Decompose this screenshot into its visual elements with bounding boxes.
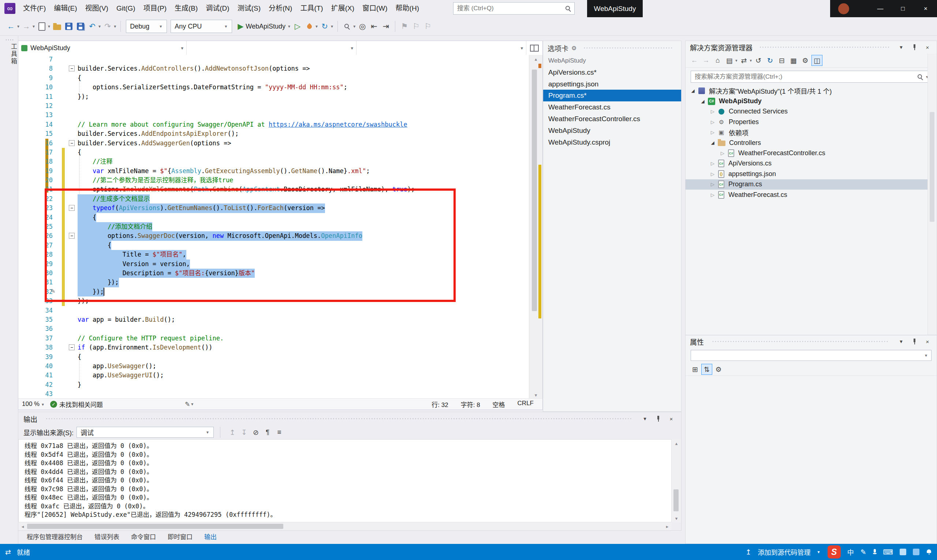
navigate-forward-button[interactable]: → [21, 19, 32, 33]
code-text[interactable]: { [78, 213, 96, 222]
redo-dropdown-icon[interactable]: ▾ [114, 24, 116, 29]
tab-item[interactable]: WeatherForecast.cs [543, 102, 681, 113]
code-text[interactable]: }); [78, 278, 119, 287]
line-number[interactable]: 37 [18, 334, 58, 343]
pen-input-icon[interactable]: ✎ [860, 548, 866, 556]
preview-selected-items-button[interactable]: ◫ [811, 55, 822, 66]
breakpoint-margin[interactable]: − [58, 64, 78, 73]
close-panel-button[interactable]: × [666, 414, 676, 423]
line-number[interactable]: 38 [18, 343, 58, 352]
taskbar-tile-icon[interactable] [913, 549, 919, 555]
user-avatar[interactable] [838, 3, 849, 14]
menu-item[interactable]: 项目(P) [140, 0, 171, 17]
code-text[interactable]: builder.Services.AddControllers().AddNew… [78, 64, 310, 73]
tree-item[interactable]: ▷C#WeatherForecast.cs [686, 189, 937, 200]
tree-item[interactable]: ▷C#WeatherForecastController.cs [686, 148, 937, 158]
breakpoint-margin[interactable] [58, 278, 78, 287]
toggle-bookmark-button[interactable]: ⚑ [399, 19, 410, 33]
split-window-button[interactable] [526, 41, 542, 55]
breakpoint-margin[interactable] [58, 166, 78, 176]
breakpoint-margin[interactable]: − [58, 203, 78, 213]
breakpoint-margin[interactable] [58, 83, 78, 92]
zoom-select[interactable]: 100 % ▾ [22, 400, 45, 408]
line-number[interactable]: 30 [18, 269, 58, 278]
window-position-button[interactable]: ▾ [896, 43, 906, 52]
line-number[interactable]: 34 [18, 306, 58, 315]
breakpoint-margin[interactable] [58, 157, 78, 166]
code-text[interactable]: Version = version, [78, 260, 190, 269]
start-without-debugging-button[interactable]: ▷ [292, 19, 303, 33]
fold-toggle-icon[interactable]: − [69, 233, 75, 238]
code-text[interactable]: options.SwaggerDoc(version, new Microsof… [78, 231, 362, 240]
tab-item[interactable]: Program.cs* [543, 90, 681, 102]
prev-message-button[interactable]: ↥ [227, 427, 238, 438]
line-number[interactable]: 31 [18, 278, 58, 287]
previous-bookmark-button[interactable]: ⚐ [411, 19, 422, 33]
maximize-button[interactable]: □ [892, 0, 914, 17]
eol-indicator[interactable]: CRLF [517, 400, 534, 409]
breakpoint-margin[interactable] [58, 176, 78, 185]
code-cleanup-button[interactable]: ✎ ▾ [185, 400, 194, 408]
project-dropdown[interactable]: WebApiStudy ▾ [18, 41, 187, 55]
menu-item[interactable]: 帮助(H) [392, 0, 423, 17]
code-text[interactable]: builder.Services.AddSwaggerGen(options =… [78, 139, 231, 148]
breakpoint-margin[interactable] [58, 185, 78, 194]
panel-tab[interactable]: 命令窗口 [125, 531, 162, 544]
line-number[interactable]: 36 [18, 324, 58, 334]
nest-files-button[interactable]: ⊟ [776, 55, 787, 66]
menu-item[interactable]: 文件(F) [19, 0, 50, 17]
line-number[interactable]: 40 [18, 362, 58, 371]
ime-indicator[interactable]: 中 [847, 547, 854, 557]
pin-button[interactable] [909, 337, 919, 346]
find-in-files-button[interactable] [342, 19, 352, 33]
gear-icon[interactable]: ⚙ [571, 45, 577, 52]
whitespace-indicator[interactable]: 空格 [493, 400, 505, 409]
scroll-left-icon[interactable]: ◂ [18, 522, 27, 530]
tree-item[interactable]: ▷C#ApiVersions.cs [686, 158, 937, 169]
line-number[interactable]: 16 [18, 139, 58, 148]
tab-item[interactable]: WebApiStudy [543, 125, 681, 137]
code-text[interactable]: Title = $"项目名", [78, 250, 186, 259]
show-all-files-button[interactable]: ▦ [788, 55, 799, 66]
breakpoint-margin[interactable] [58, 362, 78, 371]
clear-all-button[interactable]: ⊘ [250, 427, 262, 438]
code-text[interactable]: app.UseSwaggerUI(); [78, 371, 164, 380]
code-text[interactable]: //注释 [78, 157, 112, 166]
tab-item[interactable]: appsettings.json [543, 78, 681, 90]
menu-item[interactable]: 编辑(E) [50, 0, 81, 17]
background-tasks-icon[interactable]: ⇄ [5, 548, 11, 556]
line-number[interactable]: 21 [18, 185, 58, 194]
line-number[interactable]: 42 [18, 380, 58, 389]
breakpoint-margin[interactable]: − [58, 343, 78, 352]
line-number[interactable]: 19 [18, 166, 58, 176]
pin-button[interactable] [653, 414, 663, 423]
scrollbar-thumb[interactable] [674, 489, 679, 511]
indent-increase-button[interactable]: ⇥ [380, 19, 391, 33]
navigate-back-button[interactable]: ← [6, 19, 17, 33]
window-position-button[interactable]: ▾ [896, 337, 906, 346]
breakpoint-margin[interactable] [58, 111, 78, 120]
breakpoint-margin[interactable] [58, 306, 78, 315]
expander-icon[interactable]: ▷ [708, 171, 717, 177]
redo-button[interactable]: ↷ [102, 19, 113, 33]
expander-icon[interactable]: ▷ [708, 129, 717, 135]
code-text[interactable]: //第二个参数为是否显示控制器注释，我选择true [78, 176, 233, 185]
find-dropdown-icon[interactable]: ▾ [353, 24, 355, 29]
breakpoint-margin[interactable] [58, 241, 78, 250]
taskbar-tile-icon[interactable] [900, 549, 906, 555]
save-button[interactable] [63, 19, 74, 33]
breakpoint-margin[interactable] [58, 92, 78, 102]
quick-search-input[interactable] [454, 5, 565, 12]
breakpoint-margin[interactable] [58, 213, 78, 222]
line-number[interactable]: 15 [18, 129, 58, 138]
code-text[interactable]: var xmlFileName = $"{Assembly.GetExecuti… [78, 166, 370, 176]
menu-item[interactable]: 视图(V) [81, 0, 112, 17]
type-dropdown[interactable]: ▾ [187, 41, 357, 55]
menu-item[interactable]: 调试(D) [202, 0, 233, 17]
next-message-button[interactable]: ↧ [238, 427, 249, 438]
scroll-down-icon[interactable]: ▾ [672, 514, 681, 522]
solution-platform-select[interactable]: Any CPU ▾ [171, 20, 232, 33]
expander-icon[interactable]: ▷ [708, 161, 717, 166]
expander-icon[interactable]: ◢ [708, 140, 717, 145]
code-text[interactable]: }); [78, 92, 89, 102]
